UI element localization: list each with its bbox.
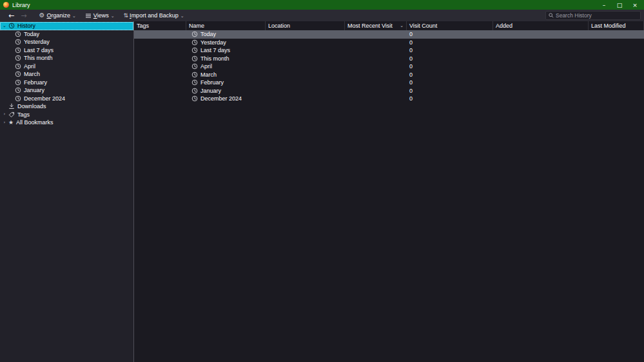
column-header-last-modified[interactable]: Last Modified	[589, 21, 644, 30]
column-header-label: Most Recent Visit	[347, 23, 393, 29]
toolbar: ← → ⚙ Organize ⌄ Views ⌄ ⇅ Import and Ba…	[0, 10, 644, 21]
table-row[interactable]: Last 7 days0	[134, 46, 644, 55]
close-button[interactable]: ×	[627, 0, 643, 10]
table-row[interactable]: March0	[134, 71, 644, 79]
column-header-most-recent-visit[interactable]: Most Recent Visit⌄	[345, 21, 407, 30]
sidebar-item-label: Today	[24, 31, 39, 37]
cell-name: This month	[186, 55, 266, 62]
row-name-label: February	[200, 79, 224, 86]
clock-icon	[191, 88, 198, 94]
column-header-label: Location	[268, 23, 290, 29]
column-header-label: Visit Count	[409, 23, 437, 29]
clock-icon	[15, 63, 21, 70]
sidebar-item-yesterday[interactable]: Yesterday	[0, 38, 133, 46]
tag-icon	[8, 111, 15, 118]
cell-name: Today	[186, 31, 266, 37]
table-row[interactable]: January0	[134, 87, 644, 95]
chevron-down-icon: ⌄	[181, 14, 184, 19]
sidebar-item-label: Tags	[17, 111, 30, 118]
sidebar-item-last-7-days[interactable]: Last 7 days	[0, 46, 133, 55]
chevron-down-icon: ⌄	[111, 14, 115, 19]
cell-name: January	[186, 88, 266, 94]
sidebar-item-february[interactable]: February	[0, 79, 133, 87]
search-box	[545, 11, 641, 20]
minimize-button[interactable]: –	[596, 0, 612, 10]
row-name-label: January	[200, 88, 221, 94]
sidebar-item-label: This month	[24, 55, 53, 61]
sidebar-item-history[interactable]: ⌄History	[0, 22, 133, 30]
table-row[interactable]: Today0	[134, 30, 644, 39]
views-icon	[85, 13, 92, 19]
sidebar-item-march[interactable]: March	[0, 70, 133, 79]
sidebar-item-january[interactable]: January	[0, 86, 133, 95]
sidebar-tree: ⌄HistoryTodayYesterdayLast 7 daysThis mo…	[0, 21, 134, 362]
sidebar-item-label: Downloads	[17, 103, 46, 110]
organize-menu-button[interactable]: ⚙ Organize ⌄	[39, 12, 75, 19]
table-row[interactable]: April0	[134, 62, 644, 71]
cell-name: February	[186, 79, 266, 86]
column-header-visit-count[interactable]: Visit Count	[407, 21, 493, 30]
expander-closed-icon[interactable]: ›	[1, 112, 8, 117]
sidebar-item-tags[interactable]: ›Tags	[0, 111, 133, 119]
organize-menu-label: Organize	[46, 12, 70, 19]
table-body: Today0Yesterday0Last 7 days0This month0A…	[134, 30, 644, 362]
search-input[interactable]	[556, 12, 638, 19]
row-name-label: March	[200, 71, 217, 78]
row-name-label: Last 7 days	[200, 47, 230, 53]
clock-icon	[15, 79, 21, 86]
window-title: Library	[12, 2, 30, 8]
sidebar-item-label: All Bookmarks	[16, 119, 54, 126]
download-icon	[8, 103, 15, 110]
clock-icon	[191, 39, 198, 46]
sidebar-item-april[interactable]: April	[0, 62, 133, 71]
sidebar-item-label: April	[24, 63, 35, 70]
clock-icon	[15, 31, 21, 37]
table-row[interactable]: December 20240	[134, 95, 644, 103]
import-backup-menu-button[interactable]: ⇅ Import and Backup ⌄	[124, 12, 184, 19]
sidebar-item-today[interactable]: Today	[0, 30, 133, 39]
sort-descending-icon: ⌄	[400, 23, 404, 28]
clock-icon	[15, 39, 21, 45]
column-header-location[interactable]: Location	[266, 21, 345, 30]
content-area: ⌄HistoryTodayYesterdayLast 7 daysThis mo…	[0, 21, 644, 362]
firefox-logo-icon	[3, 2, 9, 8]
back-button[interactable]: ←	[5, 12, 17, 19]
expander-open-icon[interactable]: ⌄	[1, 24, 8, 28]
column-header-name[interactable]: Name	[186, 21, 266, 30]
clock-icon	[191, 63, 198, 70]
sidebar-item-label: December 2024	[24, 95, 65, 102]
cell-visit-count: 0	[407, 63, 493, 70]
sidebar-item-downloads[interactable]: Downloads	[0, 102, 133, 111]
sidebar-item-all-bookmarks[interactable]: ›★All Bookmarks	[0, 119, 133, 127]
clock-icon	[191, 55, 198, 62]
sidebar-item-this-month[interactable]: This month	[0, 54, 133, 62]
clock-icon	[191, 79, 198, 86]
clock-icon	[191, 71, 198, 78]
column-header-label: Added	[496, 23, 512, 29]
chevron-down-icon: ⌄	[72, 14, 76, 19]
cell-name: Last 7 days	[186, 47, 266, 53]
column-header-tags[interactable]: Tags	[134, 21, 186, 30]
table-row[interactable]: This month0	[134, 55, 644, 63]
star-icon: ★	[8, 120, 14, 126]
column-header-added[interactable]: Added	[493, 21, 589, 30]
row-name-label: April	[200, 63, 212, 70]
column-header-label: Tags	[137, 23, 149, 29]
sidebar-item-label: Yesterday	[24, 39, 50, 45]
column-header-label: Name	[189, 23, 204, 29]
cell-visit-count: 0	[407, 71, 493, 78]
cell-visit-count: 0	[407, 79, 493, 86]
clock-icon	[191, 95, 198, 102]
table-row[interactable]: Yesterday0	[134, 39, 644, 47]
cell-visit-count: 0	[407, 47, 493, 53]
maximize-button[interactable]: □	[612, 0, 627, 10]
search-icon	[549, 13, 554, 18]
table-row[interactable]: February0	[134, 79, 644, 87]
forward-button[interactable]: →	[17, 12, 30, 19]
cell-visit-count: 0	[407, 95, 493, 102]
expander-closed-icon[interactable]: ›	[1, 120, 8, 125]
views-menu-button[interactable]: Views ⌄	[85, 12, 115, 19]
cell-name: December 2024	[186, 95, 266, 102]
sidebar-item-label: History	[17, 23, 35, 29]
sidebar-item-december-2024[interactable]: December 2024	[0, 95, 133, 103]
